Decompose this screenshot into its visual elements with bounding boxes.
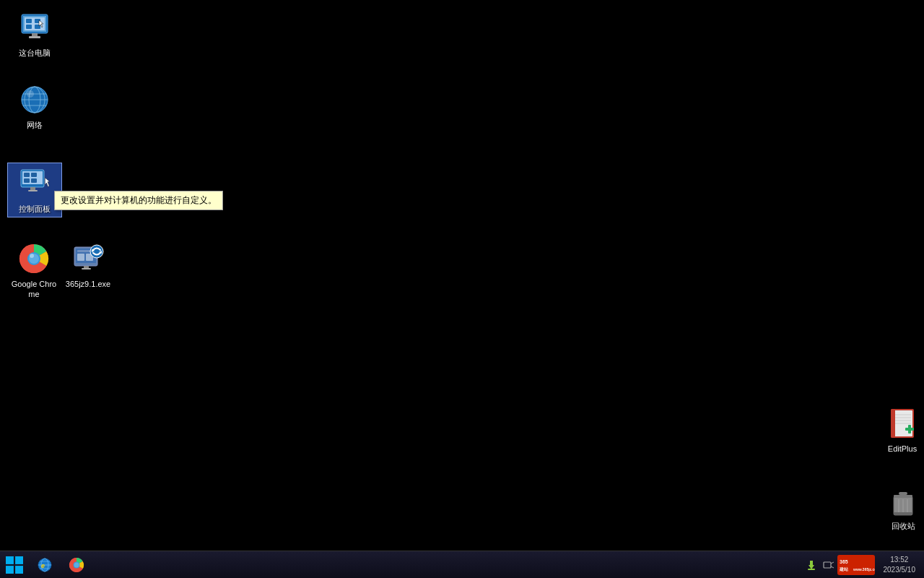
svg-rect-40 [82, 268, 91, 269]
365jz-label: 365jz9.1.exe [66, 279, 110, 289]
svg-rect-8 [32, 33, 38, 36]
365jz-icon[interactable]: 365jz9.1.exe [61, 238, 116, 292]
google-chrome-icon[interactable]: Google Chrome [6, 238, 61, 303]
svg-rect-60 [6, 556, 14, 564]
svg-rect-59 [894, 512, 912, 515]
svg-rect-77 [837, 555, 875, 575]
taskbar-ie-button[interactable]: e [30, 551, 59, 579]
clock-date: 2023/5/10 [884, 565, 916, 575]
svg-point-32 [30, 254, 34, 258]
recycle-bin-label: 回收站 [892, 521, 915, 531]
network-label: 网络 [27, 120, 43, 130]
network-icon[interactable]: 网络 [7, 79, 62, 133]
svg-text:www.365jz.com: www.365jz.com [853, 567, 875, 571]
my-computer-icon[interactable]: 这台电脑 [7, 7, 62, 61]
svg-rect-54 [894, 495, 912, 498]
my-computer-label: 这台电脑 [19, 48, 51, 58]
svg-rect-24 [24, 178, 30, 183]
svg-rect-27 [28, 190, 38, 191]
chrome-icon-image [17, 241, 51, 276]
network-icon-image [17, 82, 52, 117]
svg-point-72 [74, 562, 79, 567]
svg-rect-26 [30, 187, 35, 190]
tray-icon-1[interactable] [804, 551, 819, 579]
editplus-label: EditPlus [888, 444, 917, 454]
svg-rect-5 [26, 25, 32, 29]
svg-rect-63 [15, 566, 23, 574]
control-panel-tooltip: 更改设置并对计算机的功能进行自定义。 [54, 191, 223, 210]
svg-text:e: e [41, 562, 45, 569]
svg-rect-9 [29, 36, 40, 38]
taskbar: e [0, 551, 924, 578]
editplus-icon-image [885, 406, 920, 441]
svg-rect-73 [808, 569, 815, 570]
365jz-icon-image [71, 241, 105, 276]
svg-rect-61 [15, 556, 23, 564]
tray-icon-2[interactable] [821, 551, 836, 579]
editplus-icon[interactable]: EditPlus [875, 403, 924, 457]
svg-point-18 [27, 90, 34, 98]
svg-rect-39 [84, 266, 89, 268]
svg-rect-25 [31, 178, 37, 183]
svg-rect-4 [26, 19, 32, 23]
svg-rect-55 [899, 492, 907, 495]
svg-rect-37 [77, 254, 84, 261]
svg-text:建站: 建站 [839, 566, 849, 571]
system-tray: 365 建站 www.365jz.com 13:52 2023/5/10 [800, 551, 925, 579]
start-button[interactable] [0, 551, 29, 579]
desktop: 这台电脑 网络 [0, 0, 924, 551]
svg-rect-50 [891, 409, 895, 438]
svg-rect-74 [824, 562, 831, 568]
svg-text:365: 365 [840, 559, 848, 564]
svg-rect-23 [31, 173, 37, 177]
svg-marker-28 [45, 178, 49, 187]
clock-time: 13:52 [890, 555, 908, 565]
control-panel-icon-image [17, 166, 52, 201]
computer-icon-image [17, 10, 52, 45]
tray-365-logo[interactable]: 365 建站 www.365jz.com [837, 554, 875, 576]
taskbar-chrome-button[interactable] [62, 551, 91, 579]
svg-rect-52 [908, 425, 911, 434]
system-clock[interactable]: 13:52 2023/5/10 [878, 551, 922, 579]
recycle-icon-image [886, 483, 920, 518]
recycle-bin-icon[interactable]: 回收站 [876, 480, 924, 534]
google-chrome-label: Google Chrome [9, 279, 58, 300]
taskbar-pinned-items: e [29, 551, 92, 579]
svg-rect-62 [6, 566, 14, 574]
control-panel-label: 控制面板 [19, 204, 51, 214]
svg-rect-22 [24, 173, 30, 177]
